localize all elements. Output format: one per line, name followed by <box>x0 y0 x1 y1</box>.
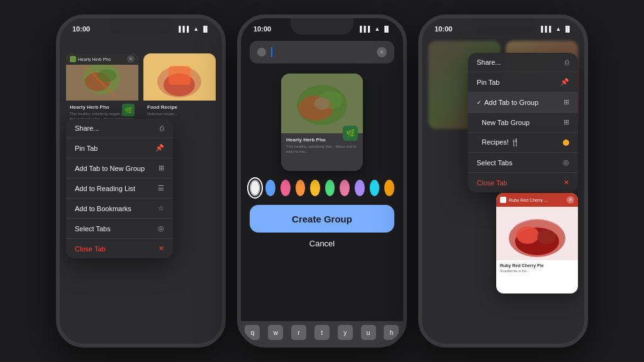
ruby-red-card[interactable]: Ruby Red Cherry ... ✕ Ruby Red Cherry Pi… <box>496 193 578 293</box>
key-q[interactable]: q <box>245 325 260 340</box>
menu-3-recipes-label: Recipes! 🍴 <box>482 138 519 146</box>
menu-3-add-tab-group-label: ✓ Add Tab to Group <box>477 99 538 106</box>
color-blue[interactable] <box>265 180 275 196</box>
create-group-button[interactable]: Create Group <box>250 205 394 233</box>
ruby-close-btn[interactable]: ✕ <box>567 196 574 204</box>
menu-close-label: Close Tab <box>75 245 106 253</box>
phone-1-screen: 10:00 ▌▌▌ ▲ ▐▌ Hearty Herb Pho ✕ <box>60 18 222 344</box>
preview-card: Hearty Herb Pho This healthy, satisfying… <box>281 74 363 171</box>
wifi-icon-3: ▲ <box>555 26 561 32</box>
phone-2-screen: 10:00 ▌▌▌ ▲ ▐▌ ✕ <box>241 18 403 344</box>
key-u[interactable]: u <box>361 325 376 340</box>
phone-3-screen: 10:00 ▌▌▌ ▲ ▐▌ Share... ⎙ <box>422 18 584 344</box>
pin-icon: 📌 <box>155 144 164 152</box>
svg-point-3 <box>97 69 116 82</box>
menu-item-reading[interactable]: Add to Reading List ☰ <box>66 178 173 199</box>
color-dark-pink[interactable] <box>340 180 350 196</box>
color-picker <box>241 180 403 196</box>
color-teal[interactable] <box>370 180 380 196</box>
status-icons-2: ▌▌▌ ▲ ▐▌ <box>360 26 391 32</box>
menu-item-select-tabs[interactable]: Select Tabs ◎ <box>66 219 173 239</box>
menu-3-new-group[interactable]: New Tab Group ⊞ <box>468 112 578 133</box>
search-circle-icon <box>257 48 266 57</box>
menu-item-close[interactable]: Close Tab ✕ <box>66 239 173 258</box>
menu-item-pin[interactable]: Pin Tab 📌 <box>66 138 173 158</box>
status-time-2: 10:00 <box>253 25 271 33</box>
menu-3-pin-label: Pin Tab <box>477 79 500 86</box>
ruby-card-title: Ruby Red Cherry ... <box>509 198 567 202</box>
color-amber[interactable] <box>384 180 394 196</box>
phone-3: 10:00 ▌▌▌ ▲ ▐▌ Share... ⎙ <box>418 14 588 348</box>
menu-pin-label: Pin Tab <box>75 145 98 152</box>
menu-3-share[interactable]: Share... ⎙ <box>468 53 578 72</box>
key-r[interactable]: r <box>291 325 306 340</box>
search-clear-button[interactable]: ✕ <box>377 47 387 57</box>
menu-3-new-group-label: New Tab Group <box>482 119 530 126</box>
tab-card-2-name: Food Recipe <box>147 104 212 110</box>
menu-reading-label: Add to Reading List <box>75 185 135 192</box>
menu-share-label: Share... <box>75 124 99 132</box>
svg-point-18 <box>537 229 556 244</box>
status-icons-1: ▌▌▌ ▲ ▐▌ <box>179 26 209 32</box>
add-tab-icon-3: ⊞ <box>564 98 569 106</box>
search-bar[interactable]: ✕ <box>250 41 394 63</box>
preview-card-desc: This healthy, satisfying Viet... flavor … <box>286 145 358 155</box>
menu-3-close[interactable]: Close Tab ✕ <box>468 173 578 192</box>
tab-close-1[interactable]: ✕ <box>127 55 135 63</box>
color-yellow[interactable] <box>310 180 320 196</box>
ruby-favicon <box>500 197 506 203</box>
color-green[interactable] <box>325 180 335 196</box>
ruby-card-name: Ruby Red Cherry Pie <box>500 263 574 268</box>
color-white[interactable] <box>250 180 260 196</box>
ruby-card-desc: Strawberries in the... <box>500 269 574 273</box>
search-bar-container: ✕ <box>241 36 403 67</box>
phones-container: 10:00 ▌▌▌ ▲ ▐▌ Hearty Herb Pho ✕ <box>0 2 644 360</box>
tab-preview-container: Hearty Herb Pho This healthy, satisfying… <box>241 74 403 171</box>
close-tab-icon-3: ✕ <box>564 178 569 187</box>
signal-icon-2: ▌▌▌ <box>360 26 372 32</box>
menu-item-add-group[interactable]: Add Tab to New Group ⊞ <box>66 158 173 178</box>
phone-2: 10:00 ▌▌▌ ▲ ▐▌ ✕ <box>237 14 407 348</box>
svg-point-13 <box>314 97 330 110</box>
menu-3-add-tab-group[interactable]: ✓ Add Tab to Group ⊞ <box>468 92 578 112</box>
menu-3-recipes[interactable]: Recipes! 🍴 <box>468 133 578 153</box>
wifi-icon-2: ▲ <box>374 26 380 32</box>
recipe-icon-1: 🌿 <box>122 104 135 116</box>
menu-item-share[interactable]: Share... ⎙ <box>66 119 173 138</box>
ruby-card-content: Ruby Red Cherry Pie Strawberries in the.… <box>496 260 578 277</box>
cancel-button[interactable]: Cancel <box>241 239 403 248</box>
tab-card-1-title: Hearty Herb Pho <box>78 57 125 62</box>
menu-item-bookmarks[interactable]: Add to Bookmarks ☆ <box>66 199 173 219</box>
select-tabs-icon-3: ◎ <box>563 158 569 167</box>
key-h[interactable]: h <box>384 325 399 340</box>
menu-3-close-label: Close Tab <box>477 179 508 187</box>
color-orange[interactable] <box>296 180 306 196</box>
search-cursor <box>271 47 272 57</box>
add-group-icon: ⊞ <box>158 164 164 172</box>
create-group-label: Create Group <box>292 214 352 224</box>
tab-favicon-1 <box>70 56 76 62</box>
preview-recipe-icon: 🌿 <box>343 126 358 141</box>
color-purple[interactable] <box>355 180 365 196</box>
keyboard-hint: q w r t y u h <box>241 321 403 344</box>
preview-card-image <box>281 74 363 133</box>
key-y[interactable]: y <box>338 325 353 340</box>
menu-3-select-tabs-label: Select Tabs <box>477 159 513 167</box>
ruby-card-header: Ruby Red Cherry ... ✕ <box>496 193 578 207</box>
menu-3-select-tabs[interactable]: Select Tabs ◎ <box>468 153 578 173</box>
key-w[interactable]: w <box>268 325 283 340</box>
select-tabs-icon: ◎ <box>158 224 164 233</box>
share-icon: ⎙ <box>160 124 164 132</box>
reading-icon: ☰ <box>158 184 164 192</box>
tab-card-1-titlebar: Hearty Herb Pho ✕ <box>66 53 138 65</box>
status-icons-3: ▌▌▌ ▲ ▐▌ <box>541 26 572 32</box>
signal-icon-3: ▌▌▌ <box>541 26 553 32</box>
close-tab-icon: ✕ <box>158 244 164 253</box>
key-t[interactable]: t <box>314 325 330 340</box>
menu-bookmarks-label: Add to Bookmarks <box>75 205 131 212</box>
tab-card-2-desc: Delicious recipe... <box>147 112 212 117</box>
menu-3-pin[interactable]: Pin Tab 📌 <box>468 72 578 92</box>
share-icon-3: ⎙ <box>565 58 569 66</box>
color-pink[interactable] <box>280 180 291 196</box>
battery-icon: ▐▌ <box>201 26 209 32</box>
